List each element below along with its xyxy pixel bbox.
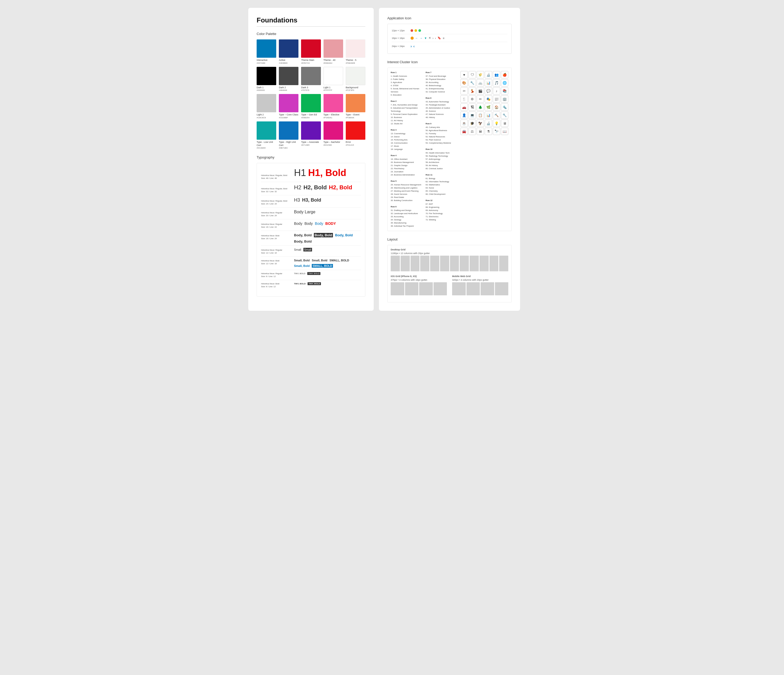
type-h2-bold: H2, Bold xyxy=(303,184,327,191)
color-box-interactive xyxy=(257,39,276,58)
ios-grid: iOS Grid (iPhone 8, XS) 375px • 4 column… xyxy=(391,275,447,299)
color-name: Theme - 5 xyxy=(346,59,366,62)
color-name: Active xyxy=(279,59,299,62)
col9 xyxy=(470,256,479,271)
color-box-active xyxy=(279,39,299,58)
row1-label: Row 1 xyxy=(391,71,424,74)
color-swatch-background: Background #F1F3F0 xyxy=(346,67,366,92)
color-swatch-dark1: Dark 1 #000000 xyxy=(257,67,276,92)
icon-arts: 🎨 xyxy=(460,79,468,87)
color-name: Theme - 40 xyxy=(324,59,343,62)
page-container: Foundations Color Palette Interactive #0… xyxy=(248,8,536,311)
type-row-body-large: Helvetica Neue: RegularSize: 20 / Line: … xyxy=(261,209,361,219)
icon-dots-12 xyxy=(411,29,421,32)
color-name: Type – Event xyxy=(346,113,366,116)
color-swatch-light1: Light 1 #FFFFFF xyxy=(324,67,343,92)
color-name: Type – Gen Ed xyxy=(301,113,320,116)
type-tiny-normal: TINY, BOLD xyxy=(294,272,305,275)
type-label: Helvetica Neue: RegularSize: 16 / Line: … xyxy=(261,223,290,228)
row7-items: 37. Food and Beverage38. Physical Educat… xyxy=(426,74,459,93)
typography-box: Helvetica Neue: Regular, BoldSize: 48 / … xyxy=(257,163,366,296)
color-swatch-theme-main: Theme Main #D50724 xyxy=(301,39,320,64)
icon-performing: 🎬 xyxy=(477,87,484,95)
row6-items: 31. Drafting and Design32. Landscape and… xyxy=(391,209,424,228)
color-box-error xyxy=(346,121,366,140)
color-box-associate xyxy=(301,121,320,140)
type-sample: Small Small xyxy=(294,248,312,251)
ios-col3 xyxy=(419,282,433,295)
mobile-col1 xyxy=(452,282,466,295)
layout-box: Desktop Grid 1180px • 12 columns with 20… xyxy=(387,245,512,303)
type-body-large: Body Large xyxy=(294,209,316,214)
size-label-24: 24px × 24px xyxy=(392,45,408,48)
icon-music: 🎵 xyxy=(493,79,500,87)
icon-events: 🌲 xyxy=(477,103,484,111)
color-hex: #FFFFFF xyxy=(324,89,343,92)
mobile-grids-row: iOS Grid (iPhone 8, XS) 375px • 4 column… xyxy=(391,275,508,299)
left-panel: Foundations Color Palette Interactive #0… xyxy=(248,8,374,311)
type-h2-bold-red: H2, Bold xyxy=(329,184,352,191)
icon-hr: 🚗 xyxy=(460,103,468,111)
type-h1-regular: H1 xyxy=(294,168,306,178)
mobile-grid-name: Mobile Web Grid xyxy=(452,275,471,278)
row8-label: Row 8 xyxy=(426,96,459,100)
type-h1-bold: H1, Bold xyxy=(308,168,346,178)
color-hex: #000000 xyxy=(257,89,276,92)
type-small-bold-upper: SMALL, BOLD xyxy=(330,259,349,262)
icon-warehouse: 🏗 xyxy=(468,103,476,111)
type-tiny-bold: TINY, BOLD xyxy=(294,282,305,285)
mobile-grid-label: Mobile Web Grid xyxy=(452,275,508,278)
icon-construction: 🔩 xyxy=(501,103,508,111)
color-hex: #F01415 xyxy=(346,144,366,146)
layout-title: Layout xyxy=(387,237,512,241)
col10 xyxy=(479,256,489,271)
col7 xyxy=(450,256,459,271)
interest-col-left: Row 1 1. Health Sciences2. Public Safety… xyxy=(391,71,424,228)
mi-menu: ≡ xyxy=(443,37,444,40)
icon-film: 🎭 xyxy=(485,95,492,102)
color-hex: #FAEAEB xyxy=(346,62,366,64)
type-tiny-inv: TINY, BOLD xyxy=(307,272,320,275)
type-sample: Body Large xyxy=(294,209,316,214)
ios-grid-name: iOS Grid (iPhone 8, XS) xyxy=(391,275,417,278)
dot-orange xyxy=(411,37,414,40)
color-swatch-associate: Type – Associate #6713B5 xyxy=(301,121,320,149)
type-row-small-bold: Helvetica Neue: BoldSize: 12 / Line: 16 … xyxy=(261,259,361,270)
row6-label: Row 6 xyxy=(391,205,424,208)
color-swatch-high-unit: Type - High Unit Cert #0B71BC xyxy=(279,121,299,149)
icon-transport: 🔧 xyxy=(468,79,476,87)
desktop-grid-label: Desktop Grid xyxy=(391,248,508,251)
color-name: Dark 3 xyxy=(301,86,320,89)
color-palette-section: Color Palette Interactive #007AB8 Active… xyxy=(257,32,366,149)
color-swatch-error: Error #F01415 xyxy=(346,121,366,149)
color-hex: #F34DA1 xyxy=(324,116,343,119)
color-hex: #1B3B80 xyxy=(279,62,299,64)
color-hex: #CE38BF xyxy=(279,116,299,119)
type-sample: H1 H1, Bold xyxy=(294,168,346,178)
row9-items: 49. Culinary Arts50. Agricultural Busine… xyxy=(426,126,459,145)
type-sample: TINY, BOLD TINY, BOLD xyxy=(294,272,320,275)
type-body-bold-blue: Body, Bold xyxy=(335,233,353,237)
icon-computer: 🖥 xyxy=(501,119,508,127)
icon-language: 📚 xyxy=(501,87,508,95)
col12 xyxy=(499,256,508,271)
row9-label: Row 9 xyxy=(426,122,459,125)
col3 xyxy=(411,256,420,271)
type-small-bold2: Small, Bold xyxy=(312,259,327,262)
icon-agriculture: 🌾 xyxy=(477,71,484,78)
icon-size-row-12: 12px × 12px xyxy=(392,27,507,34)
row7-label: Row 7 xyxy=(426,71,459,74)
interest-cluster-grid: Row 1 1. Health Sciences2. Public Safety… xyxy=(391,71,508,228)
type-label: Helvetica Neue: Regular, BoldSize: 48 / … xyxy=(261,174,290,180)
color-box-light2 xyxy=(257,94,276,112)
type-row-tiny-bold: Helvetica Neue: BoldSize: 8 / Line: 12 T… xyxy=(261,282,361,290)
color-hex: #007AB8 xyxy=(257,62,276,64)
color-swatch-core-class: Type – Core Class #CE38BF xyxy=(279,94,299,119)
icon-size-row-16: 16px × 16px ← → ▼ ✕ › ‹ 🔖 ≡ xyxy=(392,34,507,42)
color-name: Type – bachelor xyxy=(324,141,343,144)
color-name: Light 1 xyxy=(324,86,343,89)
color-box-dark3 xyxy=(301,67,320,85)
color-hex: #F3864A xyxy=(346,116,366,119)
color-box-dark2 xyxy=(279,67,299,85)
ios-col1 xyxy=(391,282,404,295)
